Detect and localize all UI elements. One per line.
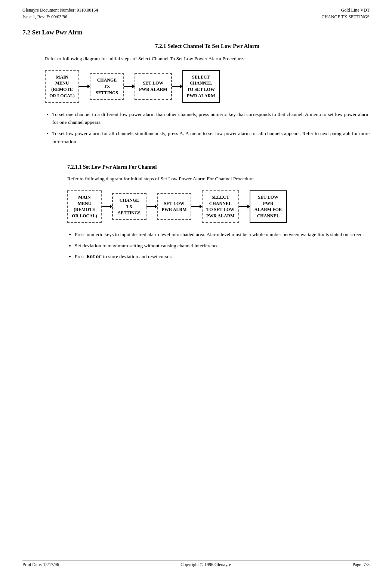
page-footer: Print Date: 12/17/96 Copyright © 1996 Gl… [22,560,370,568]
flow-box2-1-label: MAINMENU(REMOTEOR LOCAL) [67,190,102,223]
flow-arrow2-4 [239,206,250,207]
header-right: Gold Line VDT CHANGE TX SETTINGS [322,7,370,20]
bullet-2-1: Press numeric keys to input desired alar… [75,230,370,239]
flow-box2-5-label: SET LOWPWRALARM FORCHANNEL [250,190,287,223]
subsection-title: 7.2.1 Select Channel To Set Low Pwr Alar… [45,43,370,49]
flow-box2-5: SET LOWPWRALARM FORCHANNEL [250,190,287,223]
enter-key-label: Enter [87,254,102,260]
doc-title: CHANGE TX SETTINGS [322,13,370,20]
subsubsection-title: 7.2.1.1 Set Low Pwr Alarm For Channel [67,164,370,170]
bullet-list-1: To set one channel to a different low po… [52,110,370,146]
flow-diagram-1: MAINMENU(REMOTEOR LOCAL) CHANGETXSETTING… [45,70,370,103]
subsubsection-intro: Refer to following diagram for initial s… [67,175,370,183]
flow-box2-4: SELECTCHANNELTO SET LOWPWR ALARM [202,190,239,223]
bullet-2-3: Press Enter to store deviation and reset… [75,253,370,261]
issue-rev: Issue 1, Rev. F: 09/03/96 [22,13,98,20]
flow-box-1: MAINMENU(REMOTEOR LOCAL) [45,70,79,103]
flow-box2-1: MAINMENU(REMOTEOR LOCAL) [67,190,102,223]
flow-arrow2-1 [102,206,112,207]
subsection-7-2-1: 7.2.1 Select Channel To Set Low Pwr Alar… [45,43,370,261]
bullet-1-1: To set one channel to a different low po… [52,110,370,126]
flow-box-1-label: MAINMENU(REMOTEOR LOCAL) [45,70,79,103]
flow-box2-3: SET LOWPWR ALRM [157,193,191,220]
flow-box2-4-label: SELECTCHANNELTO SET LOWPWR ALARM [202,190,239,223]
page-header: Glenayre Document Number: 9110.00164 Iss… [22,7,370,22]
flow-box-2-label: CHANGETXSETTINGS [90,73,124,100]
section-title: 7.2 Set Low Pwr Alrm [22,29,370,36]
subsection-intro: Refer to following diagram for initial s… [45,55,370,63]
flow-box-3: SET LOWPWR ALARM [135,73,172,100]
bullet-list-2: Press numeric keys to input desired alar… [75,230,370,261]
bullet-2-2: Set deviation to maximum setting without… [75,242,370,250]
doc-number: Glenayre Document Number: 9110.00164 [22,7,98,13]
flow-box-2: CHANGETXSETTINGS [90,73,124,100]
flow-box-4: SELECTCHANNELTO SET LOWPWR ALARM [182,70,220,103]
subsubsection-7-2-1-1: 7.2.1.1 Set Low Pwr Alarm For Channel Re… [67,164,370,261]
flow-box-4-label: SELECTCHANNELTO SET LOWPWR ALARM [182,70,220,103]
flow-arrow2-2 [146,206,157,207]
flow-diagram-2: MAINMENU(REMOTEOR LOCAL) CHANGETXSETTING… [67,190,370,223]
footer-center: Copyright © 1996 Glenayre [180,562,231,568]
bullet-1-2: To set low power alarm for all channels … [52,129,370,146]
footer-left: Print Date: 12/17/96 [22,562,59,568]
flow-arrow-3 [172,86,182,87]
header-left: Glenayre Document Number: 9110.00164 Iss… [22,7,98,20]
product-name: Gold Line VDT [322,7,370,13]
flow-arrow2-3 [191,206,202,207]
flow-arrow-1 [79,86,90,87]
flow-box2-3-label: SET LOWPWR ALRM [157,193,191,220]
flow-box2-2-label: CHANGETXSETTINGS [112,193,146,220]
flow-arrow-2 [124,86,135,87]
section-7-2: 7.2 Set Low Pwr Alrm 7.2.1 Select Channe… [22,29,370,261]
footer-right: Page: 7-3 [352,562,370,568]
flow-box2-2: CHANGETXSETTINGS [112,193,146,220]
page: Glenayre Document Number: 9110.00164 Iss… [0,0,392,575]
flow-box-3-label: SET LOWPWR ALARM [135,73,172,100]
